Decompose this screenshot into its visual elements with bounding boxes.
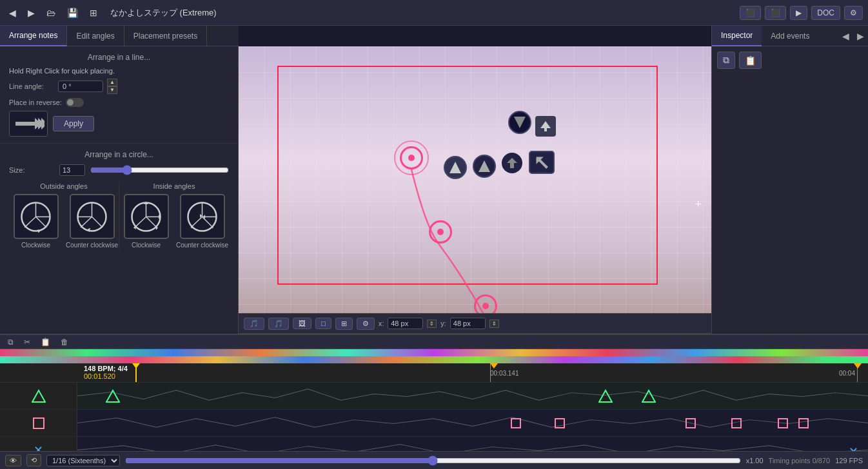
open-button[interactable]: 🗁 [43, 5, 59, 21]
game-arrow-icon-5 [502, 153, 522, 173]
square-note-6[interactable] [798, 418, 809, 428]
inspector-copy-button[interactable]: ⧉ [717, 52, 735, 69]
canvas-tool-6[interactable]: ⚙ [357, 318, 375, 330]
game-arrow-5[interactable] [502, 153, 522, 173]
circle-section: Arrange in a circle... Size: Outside ang… [0, 144, 238, 255]
tab-arrange-notes[interactable]: Arrange notes [0, 26, 67, 46]
outside-clockwise-option[interactable]: Clockwise [9, 194, 63, 249]
right-panel: ⧉ 📋 [711, 46, 868, 334]
game-note-2[interactable] [429, 220, 452, 244]
svg-line-19 [146, 216, 157, 227]
track-content-triangle[interactable] [77, 383, 868, 409]
vr-left-button[interactable]: ⬛ [740, 6, 761, 20]
svg-marker-38 [599, 390, 612, 402]
time-ruler: 148 BPM; 4/4 00:01.520 00:03.141 00:04 [0, 363, 868, 383]
canvas-content[interactable]: + [239, 46, 711, 334]
track-content-square[interactable] [77, 410, 868, 436]
inside-ccw-option[interactable]: Counter clockwise [175, 194, 229, 249]
tl-copy-button[interactable]: ⧉ [5, 336, 16, 348]
room-background [239, 46, 711, 334]
line-section-title: Arrange in a line... [9, 53, 229, 62]
svg-marker-33 [449, 162, 461, 173]
svg-rect-42 [555, 419, 564, 428]
tl-paste-button[interactable]: 📋 [38, 336, 53, 348]
canvas-tool-3[interactable]: 🖼 [293, 318, 311, 329]
svg-rect-44 [732, 419, 741, 428]
canvas-bottom-bar: 🎵 🎵 🖼 □ ⊞ ⚙ x: ⇕ y: ⇕ [239, 313, 711, 334]
tab-add-events[interactable]: Add events [762, 26, 818, 46]
note-strip-top [0, 349, 868, 363]
game-note-circle-2 [429, 220, 452, 244]
tab-placement-presets[interactable]: Placement presets [124, 26, 207, 46]
tl-delete-button[interactable]: 🗑 [58, 336, 71, 348]
place-in-reverse-toggle[interactable] [66, 98, 84, 107]
tab-inspector[interactable]: Inspector [712, 26, 762, 46]
square-note-3[interactable] [686, 418, 696, 428]
inside-cw-svg [128, 199, 164, 235]
canvas-tool-1[interactable]: 🎵 [244, 318, 264, 330]
game-note-1[interactable] [400, 146, 423, 169]
angle-up-button[interactable]: ▲ [107, 79, 117, 86]
fps-display: 129 FPS [835, 457, 863, 464]
circle-section-title: Arrange in a circle... [9, 150, 229, 159]
tab-edit-angles[interactable]: Edit angles [67, 26, 124, 46]
triangle-note-1[interactable] [106, 389, 120, 403]
approach-circle-1 [394, 140, 429, 175]
square-note-1[interactable] [511, 418, 521, 428]
line-angle-input[interactable] [58, 81, 103, 92]
triangle-note-3[interactable] [642, 389, 656, 403]
canvas-tool-4[interactable]: □ [315, 318, 331, 329]
svg-line-7 [36, 216, 47, 227]
waveform-svg-square [77, 410, 868, 436]
inspector-prev-button[interactable]: ◀ [838, 28, 853, 44]
angle-down-button[interactable]: ▼ [107, 86, 117, 94]
canvas-tool-5[interactable]: ⊞ [335, 318, 353, 330]
time-marker-3-top [854, 363, 862, 368]
footer-icon-btn[interactable]: 👁 [5, 455, 21, 466]
outside-counter-clockwise-option[interactable]: Counter clockwise [65, 194, 119, 249]
x-spin-button[interactable]: ⇕ [427, 320, 437, 328]
svg-line-6 [25, 216, 36, 227]
apply-row: Apply [9, 111, 229, 137]
inside-options: Clockwise [119, 194, 229, 249]
game-arrow-6[interactable] [529, 151, 555, 174]
inspector-tab-row: Inspector Add events ◀ ▶ [711, 26, 868, 46]
game-arrow-4[interactable] [535, 116, 556, 137]
triangle-note-2[interactable] [598, 389, 613, 403]
size-input[interactable] [59, 164, 85, 176]
footer-snap-btn[interactable]: ⟲ [26, 454, 41, 466]
game-arrow-1[interactable] [444, 156, 467, 179]
back-button[interactable]: ◀ [5, 5, 20, 21]
play-button[interactable]: ▶ [790, 6, 807, 20]
timeline-zoom-slider[interactable] [125, 455, 741, 466]
vr-right-button[interactable]: ⬛ [765, 6, 786, 20]
apply-button[interactable]: Apply [53, 116, 94, 131]
line-angle-label: Line angle: [9, 82, 54, 90]
svg-marker-39 [642, 390, 655, 402]
settings-button[interactable]: ⚙ [844, 6, 863, 20]
square-note-4[interactable] [731, 418, 742, 428]
note-strip-row1 [0, 349, 868, 356]
y-input[interactable] [450, 318, 486, 329]
doc-button[interactable]: DOC [811, 6, 840, 20]
canvas-tool-2[interactable]: 🎵 [268, 318, 289, 330]
y-spin-button[interactable]: ⇕ [489, 320, 499, 328]
size-row: Size: [9, 164, 229, 176]
size-slider[interactable] [90, 165, 229, 175]
new-button[interactable]: ⊞ [86, 5, 101, 21]
game-arrow-2[interactable] [473, 155, 496, 178]
inside-cw-icon [124, 194, 169, 239]
inside-clockwise-option[interactable]: Clockwise [119, 194, 173, 249]
forward-button[interactable]: ▶ [24, 5, 39, 21]
tl-cut-button[interactable]: ✂ [21, 336, 33, 348]
game-arrow-3[interactable] [508, 111, 531, 134]
inspector-next-button[interactable]: ▶ [853, 28, 868, 44]
arrow-preview [9, 111, 48, 137]
square-note-2[interactable] [555, 418, 565, 428]
inspector-paste-button[interactable]: 📋 [739, 52, 762, 69]
square-note-5[interactable] [778, 418, 788, 428]
x-input[interactable] [388, 318, 423, 329]
inside-ccw-svg [184, 199, 220, 235]
save-button[interactable]: 💾 [63, 5, 82, 21]
division-select[interactable]: 1/16 (Sixteenths) [46, 455, 120, 466]
